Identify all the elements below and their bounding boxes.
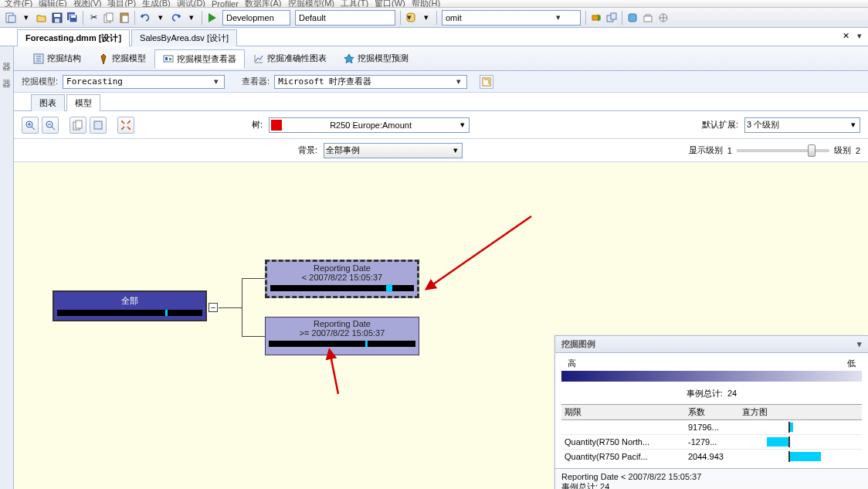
legend-gradient xyxy=(561,371,862,382)
model-label: 挖掘模型: xyxy=(22,76,58,87)
legend-col-hist[interactable]: 直方图 xyxy=(739,405,862,420)
legend-row[interactable]: 91796... xyxy=(561,420,862,435)
new-file-icon[interactable]: ▾ xyxy=(19,10,34,25)
menu-item[interactable]: 文件(F) xyxy=(5,0,32,8)
viewer-sub-tabs: 图表 模型 xyxy=(14,93,868,111)
copy-button[interactable] xyxy=(70,117,86,134)
menu-item[interactable]: 生成(B) xyxy=(142,0,171,8)
model-viewer-row: 挖掘模型: ▾ 查看器: ▾ xyxy=(14,71,868,93)
open-icon[interactable] xyxy=(34,10,49,25)
legend-high: 高 xyxy=(568,358,576,369)
redo-icon[interactable] xyxy=(168,10,184,25)
redo-dd-icon[interactable]: ▾ xyxy=(184,10,199,25)
legend-title: 挖掘图例 xyxy=(561,338,595,350)
platform-combo[interactable]: ▾ xyxy=(295,10,395,25)
tab-mining-predict[interactable]: 挖掘模型预测 xyxy=(335,49,417,68)
chevron-down-icon[interactable]: ▾ xyxy=(554,12,563,22)
chevron-down-icon[interactable]: ▾ xyxy=(458,120,467,130)
run-icon[interactable] xyxy=(205,10,220,25)
paste-icon[interactable] xyxy=(117,10,132,25)
legend-col-coef[interactable]: 系数 xyxy=(685,405,739,420)
config-combo[interactable]: ▾ xyxy=(222,10,290,25)
close-icon[interactable]: ✕ xyxy=(840,31,851,41)
deploy-icon[interactable] xyxy=(588,10,604,25)
sidebar-tab[interactable]: 器 xyxy=(0,53,13,59)
sub-tab-model[interactable]: 模型 xyxy=(66,94,100,111)
menu-item[interactable]: 窗口(W) xyxy=(375,0,405,8)
node-condition: >= 2007/8/22 15:05:37 xyxy=(266,328,419,338)
expander-button[interactable]: − xyxy=(209,303,218,312)
process-icon[interactable] xyxy=(604,10,619,25)
tab-mining-structure[interactable]: 挖掘结构 xyxy=(25,49,90,68)
save-all-icon[interactable] xyxy=(65,10,80,25)
menu-item[interactable]: Profiler xyxy=(212,0,239,8)
menu-item[interactable]: 工具(T) xyxy=(341,0,368,8)
menu-item[interactable]: 调试(D) xyxy=(177,0,205,8)
default-expand-combo[interactable]: 3 个级别 ▾ xyxy=(744,117,860,133)
zoom-in-button[interactable] xyxy=(22,117,39,134)
chevron-down-icon[interactable]: ▾ xyxy=(451,145,460,155)
export-button[interactable] xyxy=(90,117,107,134)
tab-mining-viewer[interactable]: 挖掘模型查看器 xyxy=(154,49,245,69)
chevron-down-icon[interactable]: ▾ xyxy=(407,12,412,22)
svg-rect-28 xyxy=(94,121,102,129)
level-slider[interactable] xyxy=(737,149,829,152)
menu-item[interactable]: 帮助(H) xyxy=(412,0,440,8)
omit-value xyxy=(444,12,554,24)
doc-tab-forecasting[interactable]: Forecasting.dmm [设计] xyxy=(17,29,130,46)
legend-row[interactable]: Quantity(R750 North... -1279... xyxy=(561,435,862,450)
undo-icon[interactable] xyxy=(137,10,153,25)
model-combo[interactable]: ▾ xyxy=(63,75,225,89)
viewer-label: 查看器: xyxy=(242,76,270,87)
tab-overflow-icon[interactable]: ▾ xyxy=(854,31,865,41)
fit-button[interactable] xyxy=(117,117,134,134)
new-project-icon[interactable] xyxy=(3,10,19,25)
sub-tab-chart[interactable]: 图表 xyxy=(31,94,65,111)
tree-node-child-2[interactable]: Reporting Date >= 2007/8/22 15:05:37 xyxy=(265,317,419,355)
chevron-down-icon[interactable]: ▾ xyxy=(454,76,463,87)
zoom-out-button[interactable] xyxy=(42,117,59,134)
legend-total-label: 事例总计: xyxy=(687,389,723,398)
tool3-icon[interactable] xyxy=(656,10,671,25)
undo-dd-icon[interactable]: ▾ xyxy=(153,10,168,25)
level-min: 1 xyxy=(727,146,732,155)
tool2-icon[interactable] xyxy=(640,10,656,25)
cut-icon[interactable]: ✂ xyxy=(86,10,101,25)
svg-line-35 xyxy=(331,355,338,394)
node-title: Reporting Date xyxy=(267,262,417,273)
legend-col-term[interactable]: 期限 xyxy=(561,405,685,420)
chevron-down-icon[interactable]: ▾ xyxy=(849,120,858,130)
chevron-down-icon[interactable]: ▾ xyxy=(212,76,221,87)
refresh-button[interactable] xyxy=(480,75,493,89)
db-dd-icon[interactable]: ▾ xyxy=(419,10,434,25)
copy-icon[interactable] xyxy=(101,10,117,25)
menu-item[interactable]: 项目(P) xyxy=(107,0,136,8)
bg-combo[interactable]: 全部事例 ▾ xyxy=(324,143,463,158)
tool1-icon[interactable] xyxy=(625,10,640,25)
chevron-down-icon[interactable]: ▾ xyxy=(857,339,862,349)
menu-item[interactable]: 编辑(E) xyxy=(39,0,67,8)
tab-mining-accuracy[interactable]: 挖掘准确性图表 xyxy=(245,49,335,68)
svg-rect-21 xyxy=(165,57,168,60)
viewer-combo[interactable]: ▾ xyxy=(274,75,467,89)
default-expand-value: 3 个级别 xyxy=(747,119,846,131)
svg-rect-1 xyxy=(8,15,15,22)
tree-node-root[interactable]: 全部 xyxy=(53,290,207,321)
tab-mining-model[interactable]: 挖掘模型 xyxy=(90,49,154,68)
omit-combo[interactable]: ▾ xyxy=(442,10,581,25)
save-icon[interactable] xyxy=(49,10,65,25)
slider-thumb[interactable] xyxy=(808,144,815,157)
controls-row: 树: R250 Europe:Amount ▾ 默认扩展: 3 个级别 ▾ xyxy=(14,111,868,139)
tree-value: R250 Europe:Amount xyxy=(287,121,455,130)
tree-node-child-1[interactable]: Reporting Date < 2007/8/22 15:05:37 xyxy=(265,260,419,298)
model-value xyxy=(65,76,212,87)
menu-item[interactable]: 挖掘模型(M) xyxy=(288,0,335,8)
sidebar-tab[interactable]: 器 xyxy=(0,70,13,76)
doc-tab-salesbyarea[interactable]: SalesByArea.dsv [设计] xyxy=(131,29,237,46)
level-max: 2 xyxy=(856,146,860,155)
menu-item[interactable]: 视图(V) xyxy=(73,0,102,8)
main-toolbar: ▾ ✂ ▾ ▾ ▾ ▾ ▾ ▾ xyxy=(0,8,868,28)
tree-combo[interactable]: R250 Europe:Amount ▾ xyxy=(269,117,470,133)
menu-item[interactable]: 数据库(A) xyxy=(245,0,282,8)
legend-row[interactable]: Quantity(R750 Pacif... 2044.943 xyxy=(561,450,862,464)
